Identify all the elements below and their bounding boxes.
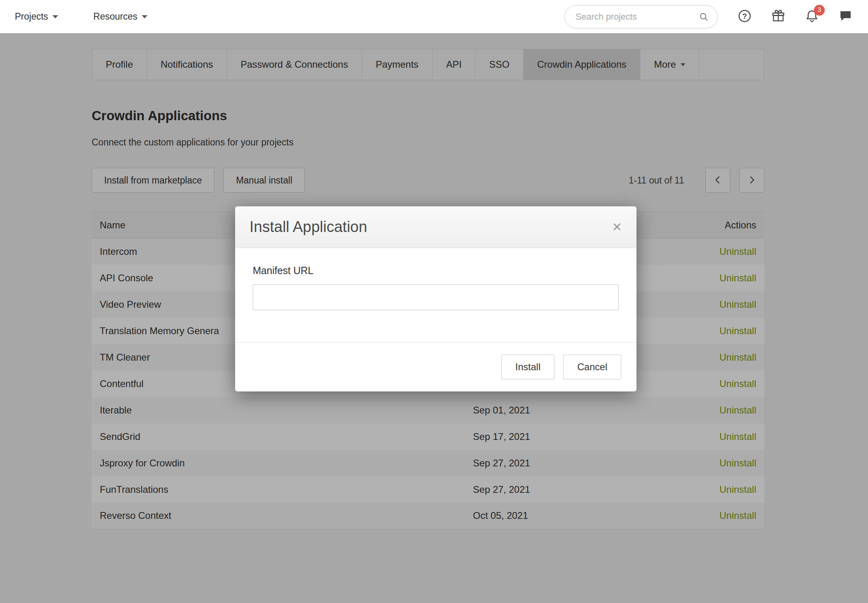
chevron-down-icon [52,15,58,18]
help-icon: ? [737,9,752,25]
svg-text:?: ? [742,12,747,20]
modal-footer: Install Cancel [235,342,636,391]
search-projects [564,5,718,28]
close-icon[interactable]: ✕ [612,221,622,233]
install-button[interactable]: Install [501,355,555,379]
cancel-button[interactable]: Cancel [563,355,621,379]
modal-body: Manifest URL [235,248,636,342]
navbar-icons: ? 3 [735,8,855,26]
top-navbar: Projects Resources ? [0,0,868,33]
projects-menu-label: Projects [15,11,48,22]
install-application-modal: Install Application ✕ Manifest URL Insta… [235,206,636,391]
notifications-button[interactable]: 3 [803,8,821,26]
modal-header: Install Application ✕ [235,206,636,248]
search-icon [699,12,709,24]
search-input[interactable] [564,5,718,28]
resources-menu-label: Resources [93,11,137,22]
messages-button[interactable] [836,8,855,26]
manifest-url-input[interactable] [253,284,619,310]
gift-icon [771,9,785,25]
chevron-down-icon [142,15,147,18]
gift-button[interactable] [769,8,787,26]
help-button[interactable]: ? [735,8,754,26]
resources-menu[interactable]: Resources [93,11,147,22]
projects-menu[interactable]: Projects [15,11,58,22]
manifest-url-label: Manifest URL [253,265,619,276]
modal-title: Install Application [250,218,367,236]
notification-count-badge: 3 [814,5,825,16]
chat-icon [838,9,853,25]
